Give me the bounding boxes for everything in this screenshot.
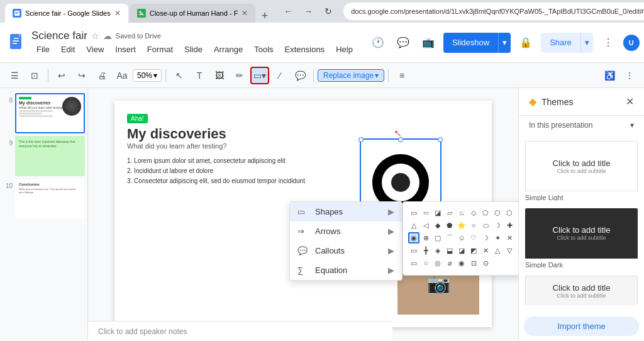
tab-close-img[interactable]: ✕ [242,9,248,18]
menu-insert[interactable]: Insert [110,43,141,55]
shape-hexagon[interactable]: ⬡ [492,207,503,218]
share-dropdown-btn[interactable]: ▾ [580,33,593,53]
shape-r5c[interactable]: ◎ [432,257,443,269]
lock-icon[interactable]: 🔒 [516,33,536,53]
dropdown-item-callouts[interactable]: 💬 Callouts ▶ [290,241,402,260]
shape-pentagon[interactable]: ⬠ [480,207,491,218]
menu-help[interactable]: Help [331,43,358,55]
toolbar-format-options-btn[interactable]: ≡ [392,67,411,84]
theme-card-simple-dark[interactable]: Click to add title Click to add subtitle… [524,207,639,269]
shape-r4j[interactable]: ▷ [516,245,518,256]
more-options-icon[interactable]: ⋮ [598,33,618,53]
shape-right-tri[interactable]: ◁ [420,220,431,231]
toolbar-more-btn[interactable]: ⋮ [620,67,639,84]
replace-image-btn[interactable]: Replace image ▾ [318,69,384,82]
reload-btn[interactable]: ↻ [319,3,337,20]
shape-lightning[interactable]: ♡ [468,232,479,243]
shape-rect-round[interactable]: ▭ [420,207,431,218]
menu-view[interactable]: View [81,43,109,55]
dropdown-item-arrows[interactable]: ⇒ Arrows ▶ [290,221,402,241]
theme-card-simple-light[interactable]: Click to add title Click to add subtitle… [524,140,639,202]
slide-preview-8[interactable]: My discoveries What did you learn after … [15,93,85,133]
zoom-control[interactable]: 50% ▾ [133,69,162,82]
shape-misc1[interactable]: ☺ [456,232,467,243]
toolbar-text-btn[interactable]: T [190,67,209,84]
new-tab-btn[interactable]: + [257,9,274,23]
toolbar-menu-btn[interactable]: ☰ [5,67,24,84]
shape-r4f[interactable]: ◩ [468,245,479,256]
slideshow-btn[interactable]: Slideshow [443,33,498,53]
inactive-tab[interactable]: Close-up of Human Hand - Free... ✕ [130,4,255,23]
toolbar-line-btn[interactable]: ∕ [270,67,289,84]
share-btn[interactable]: Share [541,33,580,53]
shape-frame[interactable]: ▢ [432,232,443,243]
themes-close-btn[interactable]: ✕ [626,96,634,108]
toolbar-redo-btn[interactable]: ↪ [72,67,91,84]
toolbar-zoom-fit-btn[interactable]: ⊡ [25,67,44,84]
shape-crescent[interactable]: ☽ [492,220,503,231]
shape-r5b[interactable]: ○ [420,257,431,269]
shape-rect-snip[interactable]: ◪ [432,207,443,218]
theme-card-simple-grey[interactable]: Click to add title Click to add subtitle [524,274,639,306]
shape-parallelogram[interactable]: ▱ [444,207,455,218]
shape-misc2[interactable]: ✕ [504,232,515,243]
shape-sun[interactable]: ✦ [492,232,503,243]
shape-star5[interactable]: ⭐ [456,220,467,231]
shape-heart[interactable]: ♡ [516,220,518,231]
toolbar-comment-btn[interactable]: 💬 [291,67,309,84]
toolbar-undo-btn[interactable]: ↩ [52,67,71,84]
menu-tools[interactable]: Tools [249,43,278,55]
shape-round-quad[interactable]: ⬟ [444,220,455,231]
shape-r4a[interactable]: ▭ [408,245,419,256]
menu-file[interactable]: File [31,43,55,55]
back-btn[interactable]: ← [279,3,297,20]
shape-trapezoid[interactable]: ⏢ [456,207,467,218]
dropdown-item-shapes[interactable]: ▭ Shapes ▶ [290,202,402,221]
shape-moon[interactable]: ☽ [480,232,491,243]
slide-preview-10[interactable]: Conclusion Write your conclusion here. T… [15,179,85,219]
toolbar-draw-btn[interactable]: ✏ [230,67,249,84]
notes-bar[interactable]: Click to add speaker notes [88,321,392,341]
menu-format[interactable]: Format [142,43,178,55]
shape-plus[interactable]: ⊕ [420,232,431,243]
shape-rect[interactable]: ▭ [408,207,419,218]
menu-edit[interactable]: Edit [56,43,80,55]
star-icon[interactable]: ☆ [91,31,99,41]
slideshow-dropdown-btn[interactable]: ▾ [498,33,511,53]
shape-ellipse[interactable]: ⬭ [480,220,491,231]
shape-misc3[interactable]: △ [516,232,518,243]
toolbar-cursor-btn[interactable]: ↖ [170,67,189,84]
toolbar-accessibility-btn[interactable]: ♿ [600,67,619,84]
toolbar-spellcheck-btn[interactable]: Aa [113,67,131,84]
shape-r4b[interactable]: ╋ [420,245,431,256]
dropdown-item-equation[interactable]: ∑ Equation ▶ [290,260,402,280]
toolbar-shape-btn[interactable]: ▭▾ [250,67,269,84]
handle-tl[interactable] [358,137,364,142]
slide-thumb-8[interactable]: 8 My discoveries What did you learn afte… [3,93,85,133]
shape-r5a[interactable]: ▭ [408,257,419,269]
shape-r4d[interactable]: ⬓ [444,245,455,256]
active-tab[interactable]: Science fair - Google Slides ✕ [5,4,128,23]
shape-brace[interactable]: ⌒ [444,232,455,243]
menu-arrange[interactable]: Arrange [209,43,248,55]
shape-r4c[interactable]: ◈ [432,245,443,256]
shape-cross[interactable]: ✚ [504,220,515,231]
shape-r5d[interactable]: ⌀ [444,257,455,269]
forward-btn[interactable]: → [299,3,317,20]
history-icon[interactable]: 🕐 [368,33,388,53]
user-avatar-app[interactable]: U [623,35,640,51]
shape-r5e[interactable]: ◉ [456,257,467,269]
shape-circle-selected[interactable]: ◉ [408,232,419,243]
shape-r4i[interactable]: ▽ [504,245,515,256]
shape-heptagon[interactable]: ⬡ [504,207,515,218]
handle-tr[interactable] [438,137,443,142]
menu-slide[interactable]: Slide [179,43,208,55]
shape-quad[interactable]: ◆ [432,220,443,231]
import-theme-btn[interactable]: Import theme [524,316,639,336]
shape-r4g[interactable]: ✕ [480,245,491,256]
shape-r4e[interactable]: ◪ [456,245,467,256]
shape-octagon[interactable]: ⬡ [516,207,518,218]
shape-circle[interactable]: ○ [468,220,479,231]
shape-r5f[interactable]: ⊡ [468,257,479,269]
toolbar-print-btn[interactable]: 🖨 [92,67,111,84]
